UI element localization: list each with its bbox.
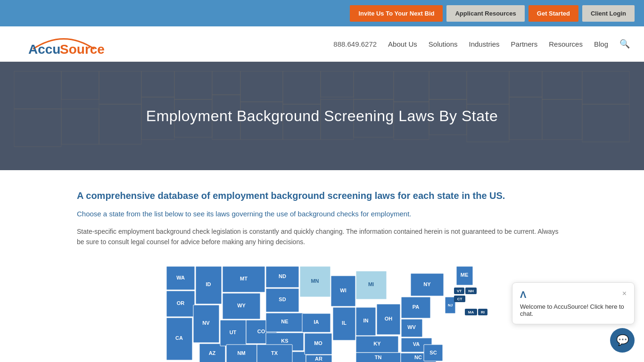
state-il-label: IL	[342, 320, 347, 326]
state-nj-label: NJ	[448, 303, 453, 307]
state-ne-label: NE	[281, 319, 288, 324]
us-map-container: WA OR CA ID NV AZ MT WY UT	[77, 262, 567, 362]
chat-logo-icon: Λ	[520, 289, 526, 300]
state-nd-label: ND	[279, 273, 286, 279]
state-ca-label: CA	[175, 335, 183, 341]
state-mi-label: MI	[368, 281, 374, 287]
nav-resources[interactable]: Resources	[549, 40, 583, 48]
state-ky-label: KY	[373, 341, 381, 346]
nav-blog[interactable]: Blog	[594, 40, 608, 48]
get-started-button[interactable]: Get Started	[528, 5, 578, 22]
svg-text:Accu: Accu	[28, 42, 60, 57]
state-ut-label: UT	[230, 329, 237, 335]
chat-widget: Λ × Welcome to AccuSource! Click here to…	[512, 282, 635, 324]
state-sd-label: SD	[279, 296, 286, 302]
state-nm-label: NM	[237, 350, 245, 356]
us-map-svg[interactable]: WA OR CA ID NV AZ MT WY UT	[152, 262, 492, 362]
main-content: A comprehensive database of employment b…	[63, 189, 581, 362]
state-mo-label: MO	[314, 340, 322, 346]
chat-message-text: Welcome to AccuSource! Click here to cha…	[520, 303, 627, 317]
page-disclaimer: State-specific employment background che…	[77, 226, 567, 247]
state-ks-label: KS	[281, 338, 288, 344]
state-wy-label: WY	[237, 303, 246, 308]
state-me-label: ME	[461, 272, 469, 278]
hero-title: Employment Background Screening Laws By …	[146, 107, 498, 125]
logo[interactable]: Accu Source	[14, 31, 113, 57]
chat-header: Λ ×	[520, 289, 627, 300]
state-ri-label: RI	[481, 310, 485, 314]
state-mt-label: MT	[240, 276, 248, 281]
state-mn-label: MN	[311, 278, 319, 284]
chat-icon: 💬	[616, 334, 629, 346]
nav-industries[interactable]: Industries	[469, 40, 500, 48]
page-tagline: A comprehensive database of employment b…	[77, 189, 567, 202]
state-oh-label: OH	[385, 316, 393, 321]
logo-svg: Accu Source	[14, 31, 113, 57]
state-tx-label: TX	[271, 350, 278, 356]
hero-section: Employment Background Screening Laws By …	[0, 62, 644, 170]
state-ma-label: MA	[468, 310, 474, 314]
state-ia-label: IA	[314, 319, 319, 325]
state-co-label: CO	[257, 329, 265, 334]
nav-solutions[interactable]: Solutions	[429, 40, 458, 48]
state-wv-label: WV	[407, 324, 416, 330]
state-sc-label: SC	[429, 350, 437, 355]
state-nh-label: NH	[468, 289, 474, 293]
chat-close-button[interactable]: ×	[622, 289, 627, 298]
page-subtitle: Choose a state from the list below to se…	[77, 210, 567, 218]
state-az-label: AZ	[209, 350, 216, 356]
invite-bid-button[interactable]: Invite Us To Your Next Bid	[350, 5, 443, 22]
state-ar-label: AR	[315, 356, 322, 362]
top-bar: Invite Us To Your Next Bid Applicant Res…	[0, 0, 644, 26]
nav-about-us[interactable]: About Us	[388, 40, 417, 48]
applicant-resources-button[interactable]: Applicant Resources	[446, 5, 524, 22]
state-tn-label: TN	[375, 354, 382, 360]
client-login-button[interactable]: Client Login	[582, 5, 635, 22]
state-nv-label: NV	[202, 320, 210, 326]
nav-phone: 888.649.6272	[333, 40, 377, 48]
nav-bar: Accu Source 888.649.6272 About Us Soluti…	[0, 26, 644, 62]
state-ny-label: NY	[423, 281, 431, 287]
state-ct-label: CT	[457, 297, 462, 301]
state-wi-label: WI	[340, 288, 346, 293]
nav-partners[interactable]: Partners	[511, 40, 538, 48]
search-button[interactable]: 🔍	[619, 39, 630, 49]
svg-text:Source: Source	[60, 42, 105, 57]
state-or-label: OR	[177, 300, 185, 306]
state-vt-label: VT	[457, 289, 462, 293]
state-pa-label: PA	[413, 304, 420, 310]
state-va-label: VA	[413, 341, 420, 347]
state-nc-label: NC	[414, 354, 422, 360]
state-in-label: IN	[363, 318, 369, 323]
state-id-label: ID	[206, 281, 211, 287]
chat-open-button[interactable]: 💬	[610, 328, 635, 353]
nav-links: 888.649.6272 About Us Solutions Industri…	[333, 39, 630, 49]
state-wa-label: WA	[176, 275, 185, 280]
